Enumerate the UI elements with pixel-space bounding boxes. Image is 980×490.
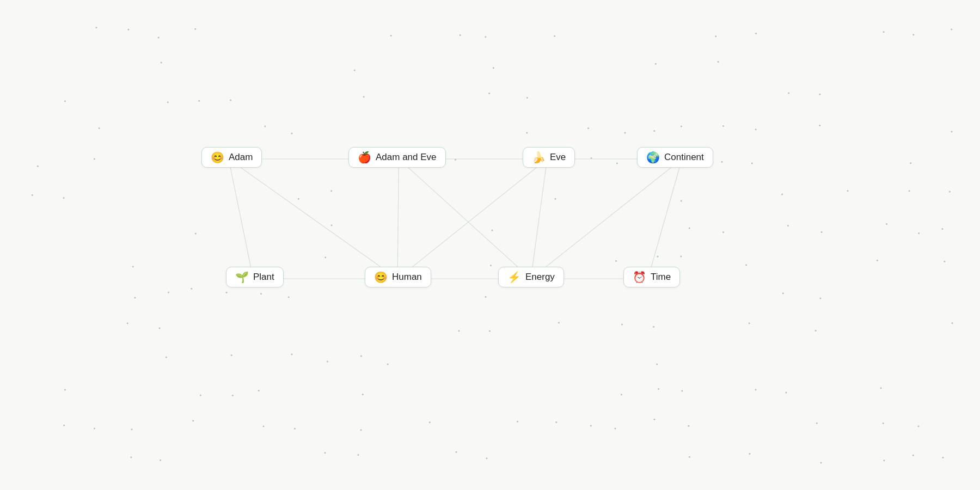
time-label: Time xyxy=(651,272,671,283)
svg-line-10 xyxy=(648,159,682,279)
element-card-plant[interactable]: 🌱Plant xyxy=(226,267,284,287)
svg-line-4 xyxy=(399,159,531,279)
element-card-adam[interactable]: 😊Adam xyxy=(201,147,262,168)
continent-emoji: 🌍 xyxy=(646,152,660,163)
plant-emoji: 🌱 xyxy=(235,272,249,283)
human-label: Human xyxy=(392,272,422,283)
svg-line-7 xyxy=(531,159,547,279)
element-card-human[interactable]: 😊Human xyxy=(365,267,431,287)
element-card-adam-and-eve[interactable]: 🍎Adam and Eve xyxy=(348,147,446,168)
time-emoji: ⏰ xyxy=(633,272,646,283)
element-card-continent[interactable]: 🌍Continent xyxy=(637,147,713,168)
energy-emoji: ⚡ xyxy=(507,272,521,283)
element-card-eve[interactable]: 🍌Eve xyxy=(523,147,575,168)
element-card-time[interactable]: ⏰Time xyxy=(623,267,680,287)
human-emoji: 😊 xyxy=(374,272,388,283)
adam-and-eve-emoji: 🍎 xyxy=(358,152,371,163)
adam-label: Adam xyxy=(229,152,253,163)
element-card-energy[interactable]: ⚡Energy xyxy=(498,267,564,287)
eve-label: Eve xyxy=(550,152,566,163)
svg-line-2 xyxy=(229,159,397,279)
connection-lines xyxy=(0,0,980,490)
svg-line-1 xyxy=(229,159,253,279)
plant-label: Plant xyxy=(253,272,274,283)
background-dots xyxy=(0,0,980,490)
svg-line-9 xyxy=(531,159,682,279)
svg-line-6 xyxy=(397,159,547,279)
svg-line-3 xyxy=(397,159,399,279)
adam-emoji: 😊 xyxy=(211,152,224,163)
eve-emoji: 🍌 xyxy=(532,152,546,163)
continent-label: Continent xyxy=(664,152,704,163)
adam-and-eve-label: Adam and Eve xyxy=(376,152,437,163)
energy-label: Energy xyxy=(525,272,555,283)
